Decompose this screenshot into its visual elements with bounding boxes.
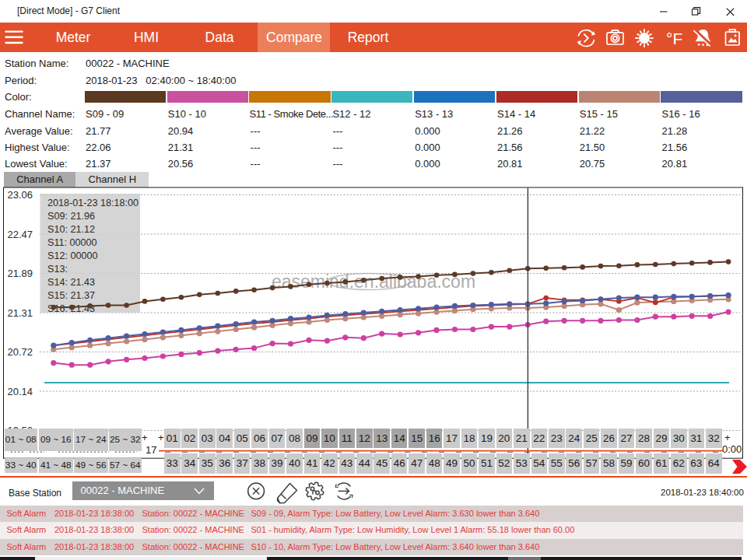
svg-text:2018-01-23 18:18:00: 2018-01-23 18:18:00 bbox=[47, 198, 139, 208]
svg-text:°F: °F bbox=[666, 30, 682, 47]
svg-text:0:00: 0:00 bbox=[722, 443, 742, 455]
svg-text:21.31: 21.31 bbox=[7, 307, 33, 319]
svg-text:S12: 00000: S12: 00000 bbox=[47, 250, 97, 261]
svg-text:20.14: 20.14 bbox=[7, 386, 33, 397]
svg-text:S10: 21.12: S10: 21.12 bbox=[47, 224, 95, 235]
svg-text:21.89: 21.89 bbox=[7, 268, 33, 279]
svg-text:+: + bbox=[158, 432, 164, 443]
svg-text:20.72: 20.72 bbox=[7, 346, 33, 358]
svg-text:S11: 00000: S11: 00000 bbox=[47, 237, 97, 248]
svg-text:22.47: 22.47 bbox=[7, 229, 33, 240]
svg-text:+: + bbox=[142, 432, 148, 443]
svg-text:17: 17 bbox=[146, 444, 156, 456]
svg-text:S15: 21.37: S15: 21.37 bbox=[47, 290, 95, 301]
svg-text:23.06: 23.06 bbox=[7, 189, 33, 201]
svg-text:S09: 21.96: S09: 21.96 bbox=[47, 211, 95, 222]
svg-text:S14: 21.43: S14: 21.43 bbox=[47, 277, 95, 288]
svg-text:S13:: S13: bbox=[47, 264, 68, 275]
svg-text:+: + bbox=[724, 432, 731, 443]
